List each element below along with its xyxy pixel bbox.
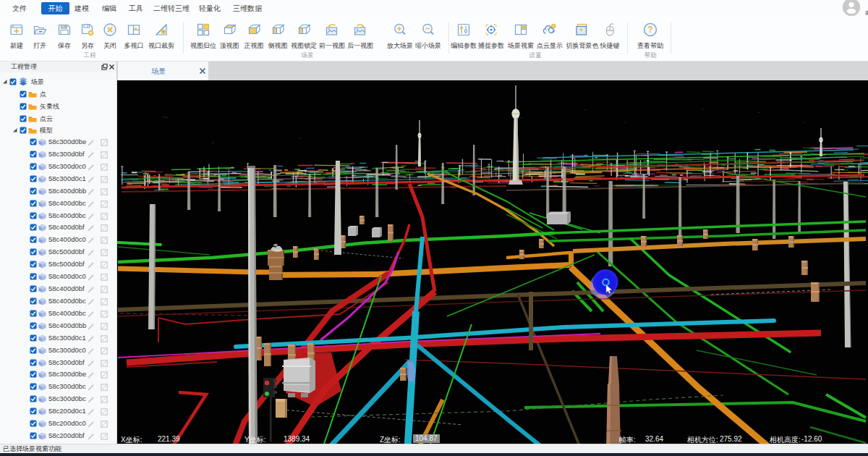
svg-text:?: ? [647,25,652,35]
